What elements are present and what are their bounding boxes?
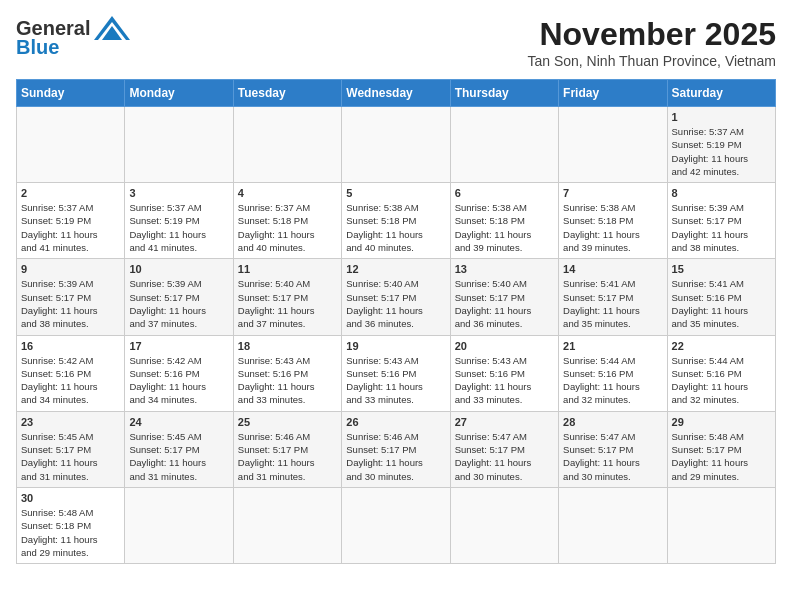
day-info: Sunrise: 5:39 AM Sunset: 5:17 PM Dayligh… <box>672 202 749 253</box>
day-number: 23 <box>21 416 120 428</box>
calendar-cell: 11Sunrise: 5:40 AM Sunset: 5:17 PM Dayli… <box>233 259 341 335</box>
weekday-header-saturday: Saturday <box>667 80 775 107</box>
day-info: Sunrise: 5:42 AM Sunset: 5:16 PM Dayligh… <box>129 355 206 406</box>
day-info: Sunrise: 5:44 AM Sunset: 5:16 PM Dayligh… <box>563 355 640 406</box>
calendar-week-row: 16Sunrise: 5:42 AM Sunset: 5:16 PM Dayli… <box>17 335 776 411</box>
calendar-cell: 4Sunrise: 5:37 AM Sunset: 5:18 PM Daylig… <box>233 183 341 259</box>
day-info: Sunrise: 5:39 AM Sunset: 5:17 PM Dayligh… <box>129 278 206 329</box>
day-number: 28 <box>563 416 662 428</box>
calendar-week-row: 2Sunrise: 5:37 AM Sunset: 5:19 PM Daylig… <box>17 183 776 259</box>
day-info: Sunrise: 5:40 AM Sunset: 5:17 PM Dayligh… <box>346 278 423 329</box>
day-number: 20 <box>455 340 554 352</box>
calendar-cell: 12Sunrise: 5:40 AM Sunset: 5:17 PM Dayli… <box>342 259 450 335</box>
day-info: Sunrise: 5:39 AM Sunset: 5:17 PM Dayligh… <box>21 278 98 329</box>
day-info: Sunrise: 5:44 AM Sunset: 5:16 PM Dayligh… <box>672 355 749 406</box>
calendar-cell: 8Sunrise: 5:39 AM Sunset: 5:17 PM Daylig… <box>667 183 775 259</box>
day-info: Sunrise: 5:45 AM Sunset: 5:17 PM Dayligh… <box>21 431 98 482</box>
weekday-header-friday: Friday <box>559 80 667 107</box>
day-info: Sunrise: 5:40 AM Sunset: 5:17 PM Dayligh… <box>238 278 315 329</box>
day-number: 27 <box>455 416 554 428</box>
day-number: 25 <box>238 416 337 428</box>
day-number: 22 <box>672 340 771 352</box>
day-info: Sunrise: 5:37 AM Sunset: 5:19 PM Dayligh… <box>129 202 206 253</box>
day-number: 8 <box>672 187 771 199</box>
day-info: Sunrise: 5:42 AM Sunset: 5:16 PM Dayligh… <box>21 355 98 406</box>
day-info: Sunrise: 5:40 AM Sunset: 5:17 PM Dayligh… <box>455 278 532 329</box>
day-number: 19 <box>346 340 445 352</box>
logo-icon <box>94 16 130 40</box>
calendar-cell <box>559 487 667 563</box>
day-number: 10 <box>129 263 228 275</box>
day-number: 29 <box>672 416 771 428</box>
day-number: 6 <box>455 187 554 199</box>
day-number: 9 <box>21 263 120 275</box>
day-number: 11 <box>238 263 337 275</box>
calendar-cell: 27Sunrise: 5:47 AM Sunset: 5:17 PM Dayli… <box>450 411 558 487</box>
calendar-cell <box>233 487 341 563</box>
calendar-cell: 28Sunrise: 5:47 AM Sunset: 5:17 PM Dayli… <box>559 411 667 487</box>
day-number: 4 <box>238 187 337 199</box>
day-info: Sunrise: 5:37 AM Sunset: 5:19 PM Dayligh… <box>21 202 98 253</box>
calendar-cell: 22Sunrise: 5:44 AM Sunset: 5:16 PM Dayli… <box>667 335 775 411</box>
calendar-table: SundayMondayTuesdayWednesdayThursdayFrid… <box>16 79 776 564</box>
calendar-week-row: 9Sunrise: 5:39 AM Sunset: 5:17 PM Daylig… <box>17 259 776 335</box>
calendar-cell <box>667 487 775 563</box>
day-info: Sunrise: 5:38 AM Sunset: 5:18 PM Dayligh… <box>346 202 423 253</box>
calendar-cell <box>450 487 558 563</box>
calendar-cell: 24Sunrise: 5:45 AM Sunset: 5:17 PM Dayli… <box>125 411 233 487</box>
calendar-cell: 30Sunrise: 5:48 AM Sunset: 5:18 PM Dayli… <box>17 487 125 563</box>
day-info: Sunrise: 5:37 AM Sunset: 5:19 PM Dayligh… <box>672 126 749 177</box>
day-number: 30 <box>21 492 120 504</box>
day-info: Sunrise: 5:38 AM Sunset: 5:18 PM Dayligh… <box>563 202 640 253</box>
calendar-cell: 1Sunrise: 5:37 AM Sunset: 5:19 PM Daylig… <box>667 107 775 183</box>
day-info: Sunrise: 5:46 AM Sunset: 5:17 PM Dayligh… <box>238 431 315 482</box>
day-number: 18 <box>238 340 337 352</box>
day-number: 14 <box>563 263 662 275</box>
calendar-cell: 19Sunrise: 5:43 AM Sunset: 5:16 PM Dayli… <box>342 335 450 411</box>
day-info: Sunrise: 5:43 AM Sunset: 5:16 PM Dayligh… <box>238 355 315 406</box>
day-number: 13 <box>455 263 554 275</box>
calendar-cell: 14Sunrise: 5:41 AM Sunset: 5:17 PM Dayli… <box>559 259 667 335</box>
calendar-title-area: November 2025 Tan Son, Ninh Thuan Provin… <box>527 16 776 69</box>
weekday-header-row: SundayMondayTuesdayWednesdayThursdayFrid… <box>17 80 776 107</box>
day-info: Sunrise: 5:38 AM Sunset: 5:18 PM Dayligh… <box>455 202 532 253</box>
calendar-cell <box>125 107 233 183</box>
calendar-cell: 10Sunrise: 5:39 AM Sunset: 5:17 PM Dayli… <box>125 259 233 335</box>
day-number: 17 <box>129 340 228 352</box>
day-info: Sunrise: 5:48 AM Sunset: 5:18 PM Dayligh… <box>21 507 98 558</box>
calendar-cell: 3Sunrise: 5:37 AM Sunset: 5:19 PM Daylig… <box>125 183 233 259</box>
calendar-cell: 26Sunrise: 5:46 AM Sunset: 5:17 PM Dayli… <box>342 411 450 487</box>
logo-blue-text: Blue <box>16 36 59 59</box>
calendar-cell: 15Sunrise: 5:41 AM Sunset: 5:16 PM Dayli… <box>667 259 775 335</box>
day-number: 5 <box>346 187 445 199</box>
logo: General Blue <box>16 16 130 59</box>
day-number: 12 <box>346 263 445 275</box>
day-number: 7 <box>563 187 662 199</box>
page-header: General Blue November 2025 Tan Son, Ninh… <box>16 16 776 69</box>
calendar-cell <box>559 107 667 183</box>
calendar-cell: 2Sunrise: 5:37 AM Sunset: 5:19 PM Daylig… <box>17 183 125 259</box>
day-number: 21 <box>563 340 662 352</box>
calendar-week-row: 30Sunrise: 5:48 AM Sunset: 5:18 PM Dayli… <box>17 487 776 563</box>
day-number: 15 <box>672 263 771 275</box>
day-number: 26 <box>346 416 445 428</box>
day-info: Sunrise: 5:47 AM Sunset: 5:17 PM Dayligh… <box>455 431 532 482</box>
weekday-header-thursday: Thursday <box>450 80 558 107</box>
weekday-header-sunday: Sunday <box>17 80 125 107</box>
calendar-cell: 9Sunrise: 5:39 AM Sunset: 5:17 PM Daylig… <box>17 259 125 335</box>
day-number: 1 <box>672 111 771 123</box>
calendar-cell: 6Sunrise: 5:38 AM Sunset: 5:18 PM Daylig… <box>450 183 558 259</box>
day-info: Sunrise: 5:45 AM Sunset: 5:17 PM Dayligh… <box>129 431 206 482</box>
weekday-header-tuesday: Tuesday <box>233 80 341 107</box>
calendar-week-row: 1Sunrise: 5:37 AM Sunset: 5:19 PM Daylig… <box>17 107 776 183</box>
location-subtitle: Tan Son, Ninh Thuan Province, Vietnam <box>527 53 776 69</box>
day-info: Sunrise: 5:46 AM Sunset: 5:17 PM Dayligh… <box>346 431 423 482</box>
day-number: 2 <box>21 187 120 199</box>
day-info: Sunrise: 5:37 AM Sunset: 5:18 PM Dayligh… <box>238 202 315 253</box>
day-number: 16 <box>21 340 120 352</box>
calendar-cell: 16Sunrise: 5:42 AM Sunset: 5:16 PM Dayli… <box>17 335 125 411</box>
day-number: 24 <box>129 416 228 428</box>
day-info: Sunrise: 5:47 AM Sunset: 5:17 PM Dayligh… <box>563 431 640 482</box>
calendar-cell <box>342 487 450 563</box>
calendar-week-row: 23Sunrise: 5:45 AM Sunset: 5:17 PM Dayli… <box>17 411 776 487</box>
